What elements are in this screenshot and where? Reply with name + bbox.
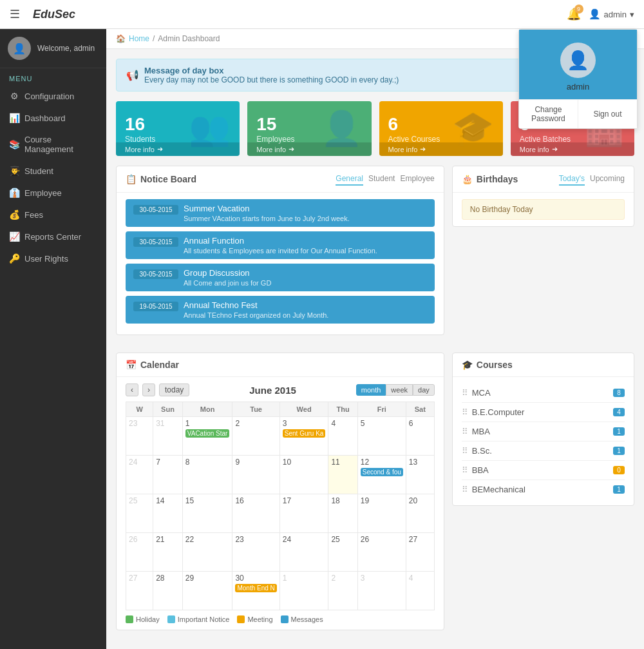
sidebar-item-dashboard[interactable]: 📊 Dashboard	[0, 107, 106, 129]
cal-day[interactable]: 27	[406, 533, 434, 572]
cal-day[interactable]: 17	[279, 494, 328, 533]
notifications-bell[interactable]: 🔔 9	[567, 7, 581, 21]
calendar-month-title: June 2015	[193, 385, 352, 396]
week-num: 24	[126, 456, 153, 494]
course-item: ⠿ BEMechanical 1	[462, 480, 625, 499]
tab-todays[interactable]: Today's	[559, 173, 585, 186]
hamburger-icon[interactable]: ☰	[10, 7, 20, 21]
cal-day[interactable]: 18	[328, 494, 357, 533]
cal-day[interactable]: 10	[279, 456, 328, 494]
sign-out-button[interactable]: Sign out	[578, 100, 637, 128]
cal-month-view[interactable]: month	[356, 384, 386, 396]
cal-day[interactable]: 8	[182, 456, 232, 494]
cal-day[interactable]: 30Month End N	[232, 572, 279, 610]
sidebar-item-label: Configuration	[24, 92, 74, 101]
cal-day-today[interactable]: 11	[328, 456, 357, 494]
course-badge: 1	[613, 485, 625, 494]
cal-prev-button[interactable]: ‹	[126, 383, 138, 396]
cal-day[interactable]: 1	[279, 572, 328, 610]
cal-day[interactable]: 9	[232, 456, 279, 494]
more-info-link[interactable]: More info ➜	[247, 142, 371, 156]
change-password-button[interactable]: Change Password	[519, 100, 578, 128]
notice-board-panel: 📋 Notice Board General Student Employee …	[116, 166, 444, 335]
cal-day-header: Thu	[328, 402, 357, 417]
cal-day-view[interactable]: day	[413, 384, 435, 396]
cal-day[interactable]: 7	[153, 456, 183, 494]
cal-day[interactable]: 2	[328, 572, 357, 610]
cal-day[interactable]: 12Second & fou	[357, 456, 406, 494]
tab-upcoming[interactable]: Upcoming	[590, 173, 625, 186]
cal-week-view[interactable]: week	[386, 384, 413, 396]
more-info-link[interactable]: More info ➜	[116, 142, 240, 156]
birthday-icon: 🎂	[462, 174, 473, 184]
cal-day[interactable]: 14	[153, 494, 183, 533]
birthdays-title: 🎂 Birthdays	[462, 174, 518, 184]
more-info-link[interactable]: More info ➜	[511, 142, 634, 156]
sidebar-item-employee[interactable]: 👔 Employee	[0, 182, 106, 204]
course-badge: 4	[613, 408, 625, 416]
sidebar-item-fees[interactable]: 💰 Fees	[0, 204, 106, 226]
cal-today-button[interactable]: today	[159, 383, 189, 396]
cal-day[interactable]: 13	[406, 456, 434, 494]
sidebar-menu-header: Menu	[0, 68, 106, 85]
cal-day[interactable]: 1VACation Star	[182, 417, 232, 456]
cal-day[interactable]: 16	[232, 494, 279, 533]
cal-day[interactable]: 15	[182, 494, 232, 533]
more-info-label: More info	[256, 146, 286, 153]
cal-day[interactable]: 3	[357, 572, 406, 610]
drag-icon: ⠿	[462, 446, 468, 456]
legend-messages: Messages	[281, 615, 323, 623]
home-icon: 🏠	[116, 34, 126, 43]
cal-day[interactable]: 25	[328, 533, 357, 572]
cal-day[interactable]: 29	[182, 572, 232, 610]
user-menu-trigger[interactable]: 👤 admin ▾	[589, 8, 634, 20]
cal-day[interactable]: 4	[406, 572, 434, 610]
notice-date: 19-05-2015	[133, 302, 178, 311]
tab-general[interactable]: General	[336, 173, 363, 186]
cal-view-buttons: month week day	[356, 384, 435, 396]
cal-day[interactable]: 5	[357, 417, 406, 456]
cal-day[interactable]: 31	[153, 417, 183, 456]
drag-icon: ⠿	[462, 388, 468, 398]
legend-meeting: Meeting	[237, 615, 272, 623]
sidebar-welcome: Welcome, admin	[37, 44, 95, 53]
legend-label: Holiday	[136, 615, 160, 623]
tab-employee[interactable]: Employee	[400, 173, 434, 186]
cal-day[interactable]: 6	[406, 417, 434, 456]
sidebar-item-user-rights[interactable]: 🔑 User Rights	[0, 247, 106, 269]
birthday-tabs: Today's Upcoming	[559, 173, 625, 186]
message-title: Message of day box	[144, 66, 399, 75]
tab-student[interactable]: Student	[368, 173, 395, 186]
calendar-title: 📅 Calendar	[126, 360, 179, 370]
more-info-label: More info	[388, 146, 418, 153]
cal-day[interactable]: 4	[328, 417, 357, 456]
stat-card-students: 16 Students 👥 More info ➜	[116, 101, 240, 156]
cal-day[interactable]: 24	[279, 533, 328, 572]
calendar-section: 📅 Calendar ‹ › today June 2015 month	[116, 353, 444, 638]
cal-day[interactable]: 23	[232, 533, 279, 572]
courses-section: 🎓 Courses ⠿ MCA 8 ⠿ B.E.Computer	[452, 353, 634, 638]
cal-day[interactable]: 21	[153, 533, 183, 572]
cal-day[interactable]: 3Sent Guru Ka	[279, 417, 328, 456]
cal-next-button[interactable]: ›	[142, 383, 155, 396]
message-text: Message of day box Every day may not be …	[144, 66, 399, 84]
more-info-link[interactable]: More info ➜	[379, 142, 503, 156]
week-num: 25	[126, 494, 153, 533]
cal-day[interactable]: 19	[357, 494, 406, 533]
sidebar-item-student[interactable]: 👨‍🎓 Student	[0, 160, 106, 182]
sidebar-item-reports-center[interactable]: 📈 Reports Center	[0, 226, 106, 247]
calendar-body: ‹ › today June 2015 month week day	[117, 377, 444, 630]
sidebar-item-course-management[interactable]: 📚 Course Management	[0, 129, 106, 160]
drag-icon: ⠿	[462, 485, 468, 494]
cal-day[interactable]: 20	[406, 494, 434, 533]
breadcrumb-home[interactable]: Home	[129, 34, 149, 43]
cal-day[interactable]: 28	[153, 572, 183, 610]
legend-label: Meeting	[247, 615, 272, 623]
no-birthday-message: No Birthday Today	[462, 199, 625, 220]
cal-day[interactable]: 22	[182, 533, 232, 572]
chevron-down-icon: ▾	[630, 10, 634, 19]
cal-day[interactable]: 2	[232, 417, 279, 456]
sidebar-item-configuration[interactable]: ⚙ Configuration	[0, 85, 106, 107]
dashboard-icon: 📊	[9, 113, 19, 123]
cal-day[interactable]: 26	[357, 533, 406, 572]
